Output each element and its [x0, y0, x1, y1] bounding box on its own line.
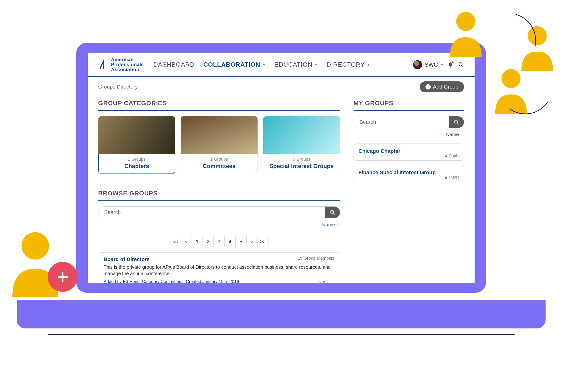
brand-text: American Professionals Association	[111, 57, 144, 72]
chevron-down-icon: ▼	[367, 63, 370, 67]
mygroup-privacy: Public	[444, 154, 460, 158]
main-nav: DASHBOARD COLLABORATION▼ EDUCATION▼ DIRE…	[153, 61, 370, 68]
category-card-chapters[interactable]: 2 Groups Chapters	[98, 116, 175, 174]
pager-page-1[interactable]: 1	[192, 236, 203, 247]
laptop-shadow	[48, 334, 515, 335]
user-initials: SWC	[425, 61, 438, 68]
svg-line-5	[457, 123, 459, 124]
pager-page-2[interactable]: 2	[203, 236, 214, 247]
laptop-base	[17, 300, 546, 329]
mygroup-item[interactable]: Chicago Chapter Public	[353, 144, 464, 161]
group-categories-heading: GROUP CATEGORIES	[98, 95, 340, 111]
pager-first[interactable]: <<	[170, 236, 181, 247]
avatar	[413, 60, 422, 69]
nav-directory[interactable]: DIRECTORY▼	[327, 61, 370, 68]
category-count: 1 Groups	[183, 157, 256, 162]
brand-mark-icon	[98, 59, 109, 70]
search-icon	[458, 62, 464, 68]
category-image	[98, 116, 175, 154]
category-cards: 2 Groups Chapters 1 Groups Committees	[98, 116, 340, 174]
nav-education[interactable]: EDUCATION▼	[274, 61, 318, 68]
browse-search	[98, 206, 340, 218]
top-bar: American Professionals Association DASHB…	[88, 53, 475, 77]
laptop-frame: American Professionals Association DASHB…	[76, 43, 486, 293]
mygroup-name: Finance Special Interest Group	[359, 169, 459, 176]
search-icon	[454, 120, 459, 125]
notifications-button[interactable]	[447, 61, 454, 68]
mygroups-search-input[interactable]	[354, 116, 449, 128]
svg-point-2	[331, 211, 334, 213]
mygroup-privacy: Public	[444, 175, 460, 180]
notification-dot-icon	[452, 61, 454, 63]
chevron-down-icon: ▼	[315, 63, 318, 67]
pager-last[interactable]: >>	[257, 236, 269, 247]
browse-search-button[interactable]	[325, 207, 340, 218]
mygroups-search-button[interactable]	[449, 116, 464, 128]
group-members: 19 Group Members	[298, 256, 335, 261]
chevron-down-icon: ▼	[262, 63, 266, 67]
unlock-icon	[444, 176, 448, 179]
category-name: Committees	[183, 163, 256, 169]
svg-point-6	[21, 232, 49, 259]
my-groups-heading: MY GROUPS	[353, 95, 464, 111]
mygroups-search	[353, 116, 464, 128]
pager-page-3[interactable]: 3	[214, 236, 225, 247]
category-card-sig[interactable]: 5 Groups Special Interest Groups	[263, 116, 340, 174]
category-image	[181, 116, 257, 154]
category-count: 2 Groups	[100, 157, 173, 162]
pager-page-5[interactable]: 5	[236, 236, 247, 247]
mygroup-item[interactable]: Finance Special Interest Group Public	[353, 165, 464, 182]
person-icon	[445, 10, 486, 57]
svg-line-1	[462, 65, 463, 67]
app-window: American Professionals Association DASHB…	[88, 53, 475, 283]
add-group-button[interactable]: + Add Group	[420, 81, 464, 92]
pager-next[interactable]: >	[247, 236, 257, 247]
brand-logo[interactable]: American Professionals Association	[98, 57, 144, 72]
pager-page-4[interactable]: 4	[225, 236, 236, 247]
lock-icon	[318, 281, 321, 283]
chevron-down-icon: ▼	[440, 63, 444, 67]
browse-groups-heading: BROWSE GROUPS	[98, 185, 340, 201]
plus-icon: +	[426, 84, 431, 90]
global-search-button[interactable]	[457, 61, 464, 68]
mygroups-sort[interactable]: Name↑	[354, 132, 463, 137]
group-privacy: Private	[318, 281, 335, 283]
svg-point-0	[459, 63, 462, 66]
nav-collaboration[interactable]: COLLABORATION▼	[203, 61, 266, 68]
category-card-committees[interactable]: 1 Groups Committees	[181, 116, 258, 174]
category-name: Special Interest Groups	[265, 163, 338, 169]
mygroup-name: Chicago Chapter	[359, 148, 459, 154]
browse-sort[interactable]: Name↑	[99, 222, 339, 227]
search-icon	[330, 210, 335, 215]
svg-point-4	[455, 120, 458, 123]
group-list-item[interactable]: Board of Directors 19 Group Members This…	[98, 252, 340, 283]
nav-dashboard[interactable]: DASHBOARD	[153, 61, 195, 68]
unlock-icon	[444, 154, 448, 158]
category-name: Chapters	[100, 163, 173, 169]
browse-search-input[interactable]	[98, 207, 325, 218]
svg-line-3	[333, 213, 334, 214]
group-description: This is the private group for APA's Boar…	[104, 264, 335, 277]
group-meta: Added by Ed Hong Category Committees Cre…	[104, 279, 335, 283]
sort-asc-icon: ↑	[337, 222, 339, 227]
category-image	[263, 116, 340, 154]
add-person-icon: +	[48, 262, 78, 292]
user-menu[interactable]: SWC ▼	[413, 60, 444, 69]
breadcrumb: Groups Directory	[98, 84, 138, 90]
category-count: 5 Groups	[265, 157, 338, 162]
sort-asc-icon: ↑	[461, 132, 463, 137]
svg-point-7	[456, 12, 475, 31]
pager-prev[interactable]: <	[181, 236, 192, 247]
pager: << < 1 2 3 4 5 > >>	[98, 236, 340, 247]
